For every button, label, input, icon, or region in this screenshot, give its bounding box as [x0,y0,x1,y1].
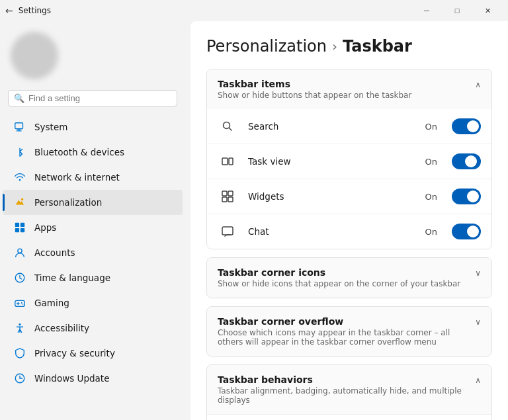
search-setting-icon [220,119,235,134]
widgets-label: Widgets [248,191,417,202]
sidebar-label-bluetooth: Bluetooth & devices [34,147,124,157]
sidebar-label-accessibility: Accessibility [34,323,89,333]
taskbar-corner-overflow-chevron: ∨ [475,317,481,327]
maximize-button[interactable]: □ [442,0,472,21]
svg-point-13 [22,304,24,305]
sidebar-item-time[interactable]: Time & language [3,265,183,290]
svg-rect-0 [15,123,23,129]
avatar [11,32,58,79]
minimize-button[interactable]: ─ [411,0,442,21]
breadcrumb-separator: › [332,38,337,54]
taskbar-items-body: Search On Task view On [207,109,491,249]
taskbar-corner-overflow-section: Taskbar corner overflow Choose which ico… [206,306,492,357]
taskbar-alignment-row: Taskbar alignment Center ∨ [207,414,491,420]
gaming-icon [13,296,26,310]
svg-point-14 [19,323,21,325]
title-bar: ← Settings ─ □ ✕ [0,0,508,21]
page-title: Taskbar [343,37,412,56]
taskbar-behaviors-subtitle: Taskbar alignment, badging, automaticall… [218,386,475,405]
svg-point-4 [21,198,24,201]
sidebar-label-update: Windows Update [34,373,109,384]
sidebar-label-gaming: Gaming [34,298,69,308]
taskbar-corner-overflow-header[interactable]: Taskbar corner overflow Choose which ico… [207,307,491,356]
svg-rect-7 [15,228,19,232]
back-icon[interactable]: ← [5,5,13,16]
sidebar-item-apps[interactable]: Apps [3,215,183,240]
svg-rect-17 [222,158,228,165]
search-label: Search [248,121,417,132]
widgets-toggle[interactable] [452,189,481,204]
chat-label: Chat [248,226,417,237]
taskbar-behaviors-title: Taskbar behaviors [218,374,475,385]
sidebar-item-gaming[interactable]: Gaming [3,290,183,315]
svg-rect-20 [228,191,233,196]
taskview-setting-row: Task view On [207,144,491,179]
sidebar-label-network: Network & internet [34,172,120,183]
svg-rect-21 [222,197,227,202]
sidebar: 🔍 System Bluetooth & devices Network & i… [0,21,185,420]
sidebar-item-bluetooth[interactable]: Bluetooth & devices [3,140,183,165]
chat-toggle[interactable] [452,224,481,239]
sidebar-label-time: Time & language [34,273,110,283]
taskbar-corner-icons-chevron: ∨ [475,269,481,278]
breadcrumb: Personalization [206,37,327,56]
content-area: Personalization › Taskbar Taskbar items … [190,21,508,420]
chat-status: On [425,227,437,237]
close-button[interactable]: ✕ [472,0,503,21]
system-icon [13,120,26,134]
sidebar-label-accounts: Accounts [34,247,75,258]
time-icon [13,271,26,284]
search-box[interactable]: 🔍 [8,90,177,106]
search-toggle[interactable] [452,118,481,134]
taskbar-items-section: Taskbar items Show or hide buttons that … [206,69,492,249]
chat-setting-icon [220,224,235,239]
svg-point-3 [19,179,21,181]
svg-rect-22 [228,197,233,202]
privacy-icon [13,347,26,360]
taskbar-behaviors-section: Taskbar behaviors Taskbar alignment, bad… [206,364,492,420]
svg-rect-2 [17,130,22,131]
bluetooth-icon [13,146,26,159]
update-icon [13,372,26,385]
taskview-label: Task view [248,156,417,167]
app-body: 🔍 System Bluetooth & devices Network & i… [0,21,508,420]
search-status: On [425,122,437,132]
sidebar-item-personalization[interactable]: Personalization [3,190,183,215]
title-bar-title: Settings [19,6,51,15]
taskbar-items-header[interactable]: Taskbar items Show or hide buttons that … [207,69,491,109]
sidebar-item-network[interactable]: Network & internet [3,165,183,190]
taskbar-behaviors-body: Taskbar alignment Center ∨ [207,414,491,420]
taskbar-items-title: Taskbar items [218,79,411,89]
sidebar-item-accessibility[interactable]: Accessibility [3,315,183,341]
sidebar-item-update[interactable]: Windows Update [3,366,183,391]
svg-rect-18 [229,158,233,165]
sidebar-label-apps: Apps [34,222,56,233]
taskbar-corner-icons-header[interactable]: Taskbar corner icons Show or hide icons … [207,258,491,298]
widgets-setting-icon [220,189,235,204]
taskbar-items-subtitle: Show or hide buttons that appear on the … [218,91,411,100]
taskbar-corner-overflow-subtitle: Choose which icons may appear in the tas… [218,328,454,347]
svg-rect-5 [15,223,19,227]
svg-rect-23 [222,227,233,235]
sidebar-label-system: System [34,122,67,132]
search-input[interactable] [28,93,171,103]
taskbar-corner-icons-title: Taskbar corner icons [218,267,460,278]
taskbar-items-chevron: ∧ [475,80,481,89]
svg-point-9 [18,249,22,253]
taskbar-corner-icons-section: Taskbar corner icons Show or hide icons … [206,257,492,298]
search-icon: 🔍 [14,93,24,103]
chat-setting-row: Chat On [207,214,491,249]
svg-rect-8 [21,228,24,232]
taskbar-behaviors-chevron: ∧ [475,376,481,385]
taskview-toggle[interactable] [452,153,481,169]
sidebar-item-system[interactable]: System [3,114,183,140]
svg-point-12 [21,302,22,304]
widgets-setting-row: Widgets On [207,179,491,214]
svg-rect-1 [17,130,21,131]
sidebar-item-accounts[interactable]: Accounts [3,240,183,265]
taskview-status: On [425,157,437,167]
taskbar-behaviors-header[interactable]: Taskbar behaviors Taskbar alignment, bad… [207,365,491,414]
sidebar-item-privacy[interactable]: Privacy & security [3,341,183,366]
taskbar-corner-icons-subtitle: Show or hide icons that appear on the co… [218,279,460,288]
personalization-icon [13,196,26,209]
